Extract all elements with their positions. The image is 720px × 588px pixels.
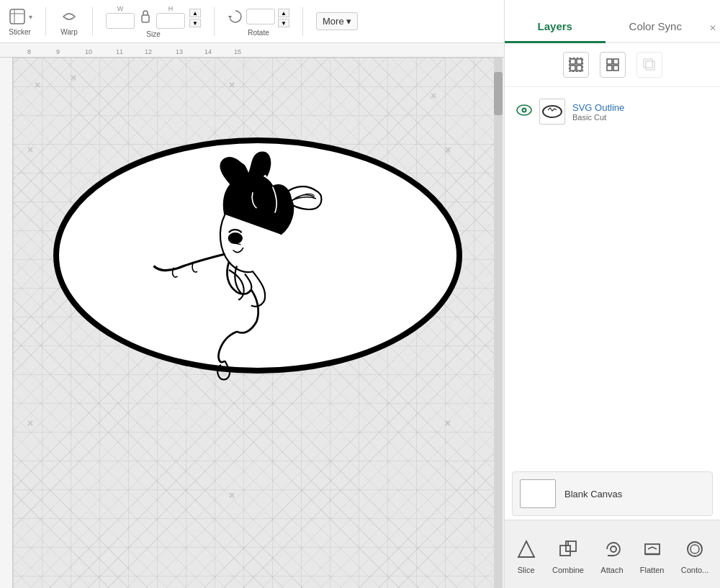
bottom-toolbar: Slice Combine Attach — [505, 520, 720, 588]
combine-tool[interactable]: Combine — [546, 535, 590, 579]
attach-tool[interactable]: Attach — [595, 535, 629, 579]
flatten-tool[interactable]: Flatten — [634, 535, 670, 579]
ruler-mark-14: 14 — [204, 48, 212, 55]
ruler-mark-11: 11 — [116, 48, 123, 55]
ungroup-button[interactable] — [600, 52, 626, 78]
svg-rect-17 — [644, 59, 652, 68]
layer-item-svg-outline[interactable]: SVG Outline Basic Cut — [510, 94, 714, 129]
svg-rect-24 — [560, 546, 570, 556]
ruler-mark-10: 10 — [85, 48, 92, 55]
x-mark: × — [71, 72, 76, 83]
panel-tabs: Layers Color Sync ✕ — [505, 0, 720, 43]
layers-list: SVG Outline Basic Cut — [505, 87, 720, 136]
slice-tool[interactable]: Slice — [511, 535, 541, 579]
warp-icon — [59, 6, 79, 27]
vikings-logo-svg[interactable] — [42, 122, 474, 389]
flatten-icon — [643, 540, 662, 563]
separator3 — [214, 7, 215, 36]
height-input[interactable] — [156, 13, 185, 29]
layer-visibility-icon[interactable] — [516, 104, 532, 119]
svg-point-27 — [611, 546, 616, 552]
more-button[interactable]: More ▾ — [316, 12, 358, 30]
canvas-scrollbar[interactable] — [494, 58, 503, 588]
svg-marker-22 — [518, 541, 534, 557]
contour-tool[interactable]: Conto... — [675, 535, 715, 579]
layer-info: SVG Outline Basic Cut — [572, 102, 708, 122]
slice-label: Slice — [518, 566, 535, 574]
layer-thumb-svg — [541, 104, 563, 119]
x-mark: × — [229, 79, 235, 91]
ruler-mark-8: 8 — [27, 48, 31, 55]
x-mark: × — [431, 90, 436, 101]
svg-rect-25 — [566, 541, 576, 551]
size-down-btn[interactable]: ▼ — [189, 19, 201, 27]
attach-icon — [603, 540, 621, 563]
separator2 — [92, 7, 93, 36]
panel-actions — [505, 43, 720, 87]
slice-svg-icon — [517, 540, 536, 558]
main-toolbar: ▾ Sticker Warp W H — [0, 0, 504, 43]
svg-line-30 — [648, 547, 652, 549]
contour-icon — [685, 540, 704, 563]
svg-rect-8 — [577, 59, 582, 64]
contour-label: Conto... — [681, 566, 709, 574]
duplicate-button[interactable] — [636, 52, 662, 78]
combine-icon — [559, 540, 577, 563]
rotate-icon — [228, 9, 243, 24]
separator — [45, 7, 46, 36]
svg-rect-10 — [577, 65, 582, 71]
group-icon — [569, 58, 583, 72]
layer-name: SVG Outline — [572, 102, 708, 113]
ruler-left — [0, 58, 13, 588]
ungroup-icon — [606, 58, 620, 72]
size-up-btn[interactable]: ▲ — [189, 9, 201, 17]
x-mark: × — [27, 417, 33, 429]
svg-rect-14 — [607, 65, 612, 71]
duplicate-icon — [642, 58, 657, 72]
ruler-top: 8 9 10 11 12 13 14 15 — [0, 43, 504, 58]
lock-icon — [139, 6, 152, 27]
svg-line-31 — [652, 547, 657, 549]
x-mark: × — [35, 79, 40, 91]
x-mark: × — [445, 417, 451, 429]
svg-marker-4 — [228, 16, 232, 19]
group-button[interactable] — [563, 52, 589, 78]
slice-icon — [517, 540, 536, 563]
tab-color-sync[interactable]: Color Sync — [606, 13, 706, 43]
sticker-icon — [7, 6, 27, 27]
sticker-tool[interactable]: ▾ Sticker — [7, 6, 32, 36]
canvas-area[interactable]: × × × × × × × × × — [13, 58, 494, 588]
combine-label: Combine — [552, 566, 584, 574]
svg-rect-16 — [646, 61, 654, 70]
svg-rect-11 — [569, 58, 582, 72]
svg-rect-28 — [645, 544, 660, 554]
rotate-tool[interactable]: ▲ ▼ Rotate — [228, 6, 289, 37]
rotate-down-btn[interactable]: ▼ — [278, 19, 289, 27]
svg-rect-9 — [570, 65, 575, 71]
ruler-mark-12: 12 — [145, 48, 152, 55]
width-input[interactable] — [106, 13, 135, 29]
separator4 — [302, 7, 303, 36]
ruler-mark-15: 15 — [234, 48, 241, 55]
flatten-svg-icon — [643, 540, 662, 558]
blank-canvas-thumbnail — [520, 479, 556, 508]
ruler-mark-9: 9 — [56, 48, 60, 55]
rotate-input[interactable] — [246, 9, 275, 24]
contour-svg-icon — [685, 540, 704, 558]
layer-thumbnail — [539, 99, 565, 125]
tab-layers[interactable]: Layers — [505, 13, 606, 43]
right-panel: Layers Color Sync ✕ — [504, 0, 720, 588]
warp-tool[interactable]: Warp — [59, 6, 79, 36]
svg-rect-7 — [570, 59, 575, 64]
scrollbar-thumb[interactable] — [494, 72, 503, 115]
x-mark: × — [27, 144, 33, 155]
svg-rect-13 — [613, 59, 618, 64]
x-mark: × — [229, 489, 235, 501]
svg-point-20 — [523, 109, 526, 111]
rotate-up-btn[interactable]: ▲ — [278, 9, 289, 17]
panel-close-btn[interactable]: ✕ — [706, 16, 720, 42]
size-tool[interactable]: W H ▲ ▼ Size — [106, 5, 201, 38]
svg-rect-0 — [10, 9, 24, 24]
svg-rect-15 — [613, 65, 618, 71]
eye-icon — [516, 104, 532, 116]
